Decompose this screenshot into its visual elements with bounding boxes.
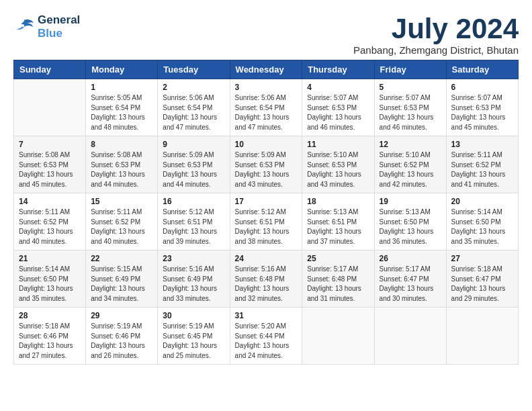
- title-area: July 2024 Panbang, Zhemgang District, Bh…: [353, 13, 519, 56]
- day-details: Sunrise: 5:19 AM Sunset: 6:45 PM Dayligh…: [163, 322, 224, 361]
- calendar-cell: 7Sunrise: 5:08 AM Sunset: 6:53 PM Daylig…: [14, 136, 86, 193]
- day-details: Sunrise: 5:16 AM Sunset: 6:49 PM Dayligh…: [163, 265, 224, 304]
- calendar-cell: 30Sunrise: 5:19 AM Sunset: 6:45 PM Dayli…: [158, 308, 230, 365]
- day-number: 19: [380, 197, 441, 206]
- day-number: 15: [91, 197, 152, 206]
- weekday-header-tuesday: Tuesday: [158, 60, 230, 79]
- calendar-cell: 19Sunrise: 5:13 AM Sunset: 6:50 PM Dayli…: [374, 193, 446, 250]
- day-details: Sunrise: 5:18 AM Sunset: 6:47 PM Dayligh…: [451, 265, 513, 304]
- calendar-table: SundayMondayTuesdayWednesdayThursdayFrid…: [13, 60, 519, 365]
- day-number: 2: [163, 83, 224, 92]
- weekday-header-saturday: Saturday: [446, 60, 518, 79]
- day-number: 13: [451, 140, 513, 149]
- logo: General Blue: [13, 13, 80, 40]
- day-number: 18: [307, 197, 369, 206]
- day-number: 5: [380, 83, 441, 92]
- day-number: 21: [19, 254, 81, 263]
- calendar-cell: 12Sunrise: 5:10 AM Sunset: 6:52 PM Dayli…: [374, 136, 446, 193]
- day-details: Sunrise: 5:14 AM Sunset: 6:50 PM Dayligh…: [451, 208, 513, 246]
- calendar-cell: 17Sunrise: 5:12 AM Sunset: 6:51 PM Dayli…: [230, 193, 302, 250]
- day-number: 12: [380, 140, 441, 149]
- day-number: 4: [307, 83, 369, 92]
- calendar-cell: 20Sunrise: 5:14 AM Sunset: 6:50 PM Dayli…: [446, 193, 518, 250]
- day-number: 20: [451, 197, 513, 206]
- day-number: 27: [451, 254, 513, 263]
- day-details: Sunrise: 5:09 AM Sunset: 6:53 PM Dayligh…: [163, 150, 224, 189]
- day-number: 16: [163, 197, 224, 206]
- day-details: Sunrise: 5:19 AM Sunset: 6:46 PM Dayligh…: [91, 322, 152, 361]
- week-row-3: 14Sunrise: 5:11 AM Sunset: 6:52 PM Dayli…: [14, 193, 519, 250]
- calendar-cell: 2Sunrise: 5:06 AM Sunset: 6:54 PM Daylig…: [158, 79, 230, 136]
- header: General Blue July 2024 Panbang, Zhemgang…: [13, 13, 519, 56]
- calendar-cell: [14, 79, 86, 136]
- weekday-header-row: SundayMondayTuesdayWednesdayThursdayFrid…: [14, 60, 519, 79]
- location-subtitle: Panbang, Zhemgang District, Bhutan: [353, 44, 519, 56]
- calendar-cell: 14Sunrise: 5:11 AM Sunset: 6:52 PM Dayli…: [14, 193, 86, 250]
- weekday-header-thursday: Thursday: [302, 60, 374, 79]
- calendar-cell: 9Sunrise: 5:09 AM Sunset: 6:53 PM Daylig…: [158, 136, 230, 193]
- weekday-header-friday: Friday: [374, 60, 446, 79]
- day-number: 10: [235, 140, 298, 149]
- day-details: Sunrise: 5:06 AM Sunset: 6:54 PM Dayligh…: [235, 93, 298, 132]
- calendar-cell: 31Sunrise: 5:20 AM Sunset: 6:44 PM Dayli…: [230, 308, 302, 365]
- calendar-cell: 10Sunrise: 5:09 AM Sunset: 6:53 PM Dayli…: [230, 136, 302, 193]
- day-number: 31: [235, 311, 298, 320]
- calendar-cell: 22Sunrise: 5:15 AM Sunset: 6:49 PM Dayli…: [86, 250, 158, 308]
- day-number: 8: [91, 140, 152, 149]
- day-number: 26: [380, 254, 441, 263]
- calendar-cell: 26Sunrise: 5:17 AM Sunset: 6:47 PM Dayli…: [374, 250, 446, 308]
- day-details: Sunrise: 5:11 AM Sunset: 6:52 PM Dayligh…: [451, 150, 513, 189]
- calendar-cell: 18Sunrise: 5:13 AM Sunset: 6:51 PM Dayli…: [302, 193, 374, 250]
- calendar-cell: 28Sunrise: 5:18 AM Sunset: 6:46 PM Dayli…: [14, 308, 86, 365]
- calendar-cell: 11Sunrise: 5:10 AM Sunset: 6:53 PM Dayli…: [302, 136, 374, 193]
- day-number: 3: [235, 83, 298, 92]
- calendar-cell: 16Sunrise: 5:12 AM Sunset: 6:51 PM Dayli…: [158, 193, 230, 250]
- day-number: 14: [19, 197, 81, 206]
- week-row-1: 1Sunrise: 5:05 AM Sunset: 6:54 PM Daylig…: [14, 79, 519, 136]
- day-details: Sunrise: 5:07 AM Sunset: 6:53 PM Dayligh…: [307, 93, 369, 132]
- day-details: Sunrise: 5:05 AM Sunset: 6:54 PM Dayligh…: [91, 93, 152, 132]
- day-details: Sunrise: 5:17 AM Sunset: 6:48 PM Dayligh…: [307, 265, 369, 304]
- day-number: 29: [91, 311, 152, 320]
- calendar-cell: 29Sunrise: 5:19 AM Sunset: 6:46 PM Dayli…: [86, 308, 158, 365]
- day-details: Sunrise: 5:08 AM Sunset: 6:53 PM Dayligh…: [91, 150, 152, 189]
- day-details: Sunrise: 5:13 AM Sunset: 6:51 PM Dayligh…: [307, 208, 369, 246]
- calendar-cell: 27Sunrise: 5:18 AM Sunset: 6:47 PM Dayli…: [446, 250, 518, 308]
- day-details: Sunrise: 5:11 AM Sunset: 6:52 PM Dayligh…: [19, 208, 81, 246]
- day-details: Sunrise: 5:10 AM Sunset: 6:53 PM Dayligh…: [307, 150, 369, 189]
- weekday-header-monday: Monday: [86, 60, 158, 79]
- calendar-cell: 5Sunrise: 5:07 AM Sunset: 6:53 PM Daylig…: [374, 79, 446, 136]
- day-details: Sunrise: 5:17 AM Sunset: 6:47 PM Dayligh…: [380, 265, 441, 304]
- day-number: 17: [235, 197, 298, 206]
- calendar-cell: 8Sunrise: 5:08 AM Sunset: 6:53 PM Daylig…: [86, 136, 158, 193]
- logo-icon: [13, 17, 35, 36]
- day-details: Sunrise: 5:16 AM Sunset: 6:48 PM Dayligh…: [235, 265, 298, 304]
- calendar-cell: [374, 308, 446, 365]
- day-number: 24: [235, 254, 298, 263]
- day-details: Sunrise: 5:08 AM Sunset: 6:53 PM Dayligh…: [19, 150, 81, 189]
- logo-text: General Blue: [38, 13, 80, 40]
- day-details: Sunrise: 5:14 AM Sunset: 6:50 PM Dayligh…: [19, 265, 81, 304]
- calendar-cell: 24Sunrise: 5:16 AM Sunset: 6:48 PM Dayli…: [230, 250, 302, 308]
- calendar-cell: 4Sunrise: 5:07 AM Sunset: 6:53 PM Daylig…: [302, 79, 374, 136]
- day-number: 30: [163, 311, 224, 320]
- day-details: Sunrise: 5:09 AM Sunset: 6:53 PM Dayligh…: [235, 150, 298, 189]
- day-number: 11: [307, 140, 369, 149]
- day-details: Sunrise: 5:15 AM Sunset: 6:49 PM Dayligh…: [91, 265, 152, 304]
- week-row-5: 28Sunrise: 5:18 AM Sunset: 6:46 PM Dayli…: [14, 308, 519, 365]
- calendar-cell: 13Sunrise: 5:11 AM Sunset: 6:52 PM Dayli…: [446, 136, 518, 193]
- calendar-cell: 21Sunrise: 5:14 AM Sunset: 6:50 PM Dayli…: [14, 250, 86, 308]
- month-year-title: July 2024: [353, 13, 519, 44]
- day-number: 1: [91, 83, 152, 92]
- day-details: Sunrise: 5:11 AM Sunset: 6:52 PM Dayligh…: [91, 208, 152, 246]
- calendar-cell: 23Sunrise: 5:16 AM Sunset: 6:49 PM Dayli…: [158, 250, 230, 308]
- week-row-2: 7Sunrise: 5:08 AM Sunset: 6:53 PM Daylig…: [14, 136, 519, 193]
- weekday-header-sunday: Sunday: [14, 60, 86, 79]
- calendar-cell: 15Sunrise: 5:11 AM Sunset: 6:52 PM Dayli…: [86, 193, 158, 250]
- day-details: Sunrise: 5:06 AM Sunset: 6:54 PM Dayligh…: [163, 93, 224, 132]
- day-number: 9: [163, 140, 224, 149]
- calendar-cell: 1Sunrise: 5:05 AM Sunset: 6:54 PM Daylig…: [86, 79, 158, 136]
- day-details: Sunrise: 5:13 AM Sunset: 6:50 PM Dayligh…: [380, 208, 441, 246]
- day-number: 22: [91, 254, 152, 263]
- weekday-header-wednesday: Wednesday: [230, 60, 302, 79]
